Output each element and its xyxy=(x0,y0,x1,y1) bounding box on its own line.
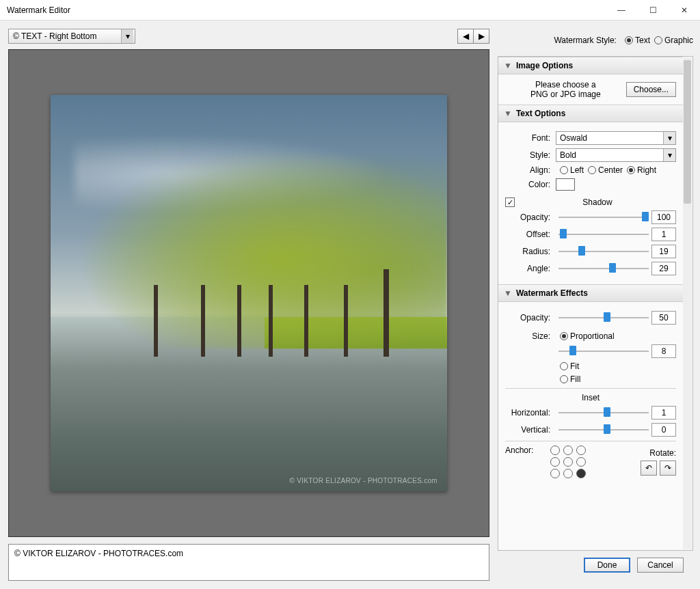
chevron-down-icon: ▾ xyxy=(663,149,675,161)
done-button[interactable]: Done xyxy=(584,558,630,573)
preset-dropdown[interactable]: © TEXT - Right Bottom ▾ xyxy=(8,29,135,44)
shadow-angle-slider[interactable] xyxy=(558,262,649,275)
anchor-3[interactable] xyxy=(550,457,560,467)
minimize-button[interactable]: — xyxy=(606,0,637,20)
shadow-checkbox[interactable] xyxy=(505,197,515,207)
anchor-2[interactable] xyxy=(576,446,586,455)
shadow-opacity-value[interactable]: 100 xyxy=(651,210,676,224)
window-title: Watermark Editor xyxy=(7,5,606,15)
anchor-0[interactable] xyxy=(550,446,560,455)
section-text-options[interactable]: ▼Text Options xyxy=(498,105,683,122)
size-proportional-radio[interactable]: Proportional xyxy=(560,331,615,341)
left-pane: © TEXT - Right Bottom ▾ ◀ ▶ xyxy=(0,20,498,589)
shadow-offset-slider[interactable] xyxy=(558,228,649,241)
preview-trunk xyxy=(201,285,205,356)
choose-image-button[interactable]: Choose... xyxy=(626,82,676,97)
preset-selected: © TEXT - Right Bottom xyxy=(13,31,96,41)
section-image-options[interactable]: ▼Image Options xyxy=(498,57,683,74)
shadow-angle-value[interactable]: 29 xyxy=(651,262,676,275)
size-fill-radio[interactable]: Fill xyxy=(560,374,580,384)
watermark-text-value: © VIKTOR ELIZAROV - PHOTOTRACES.com xyxy=(14,549,183,558)
chevron-down-icon: ▾ xyxy=(663,132,675,144)
align-right-radio[interactable]: Right xyxy=(627,165,656,175)
inset-vertical-slider[interactable] xyxy=(558,424,649,436)
right-pane: Watermark Style: Text Graphic ▼Image Opt… xyxy=(498,20,700,589)
size-fit-radio[interactable]: Fit xyxy=(560,361,579,371)
anchor-6[interactable] xyxy=(550,469,560,478)
options-panel: ▼Image Options Please choose a PNG or JP… xyxy=(498,56,693,551)
shadow-radius-value[interactable]: 19 xyxy=(651,245,676,258)
preview-watermark-text: © VIKTOR ELIZAROV - PHOTOTRACES.com xyxy=(290,477,438,484)
next-button[interactable]: ▶ xyxy=(473,29,489,44)
effects-opacity-slider[interactable] xyxy=(558,312,649,324)
shadow-radius-slider[interactable] xyxy=(558,245,649,258)
preview-trunk xyxy=(383,269,389,357)
anchor-8[interactable] xyxy=(576,469,586,478)
preview-trunk xyxy=(344,285,348,356)
font-select[interactable]: Oswald▾ xyxy=(556,131,676,145)
style-select[interactable]: Bold▾ xyxy=(556,148,676,162)
color-swatch[interactable] xyxy=(556,178,575,191)
anchor-4[interactable] xyxy=(563,457,573,467)
inset-vertical-value[interactable]: 0 xyxy=(651,423,676,437)
effects-opacity-value[interactable]: 50 xyxy=(651,311,676,325)
style-text-radio[interactable]: Text xyxy=(625,36,650,45)
preview-image: © VIKTOR ELIZAROV - PHOTOTRACES.com xyxy=(51,95,447,491)
align-center-radio[interactable]: Center xyxy=(588,165,623,175)
maximize-button[interactable]: ☐ xyxy=(637,0,669,20)
prev-button[interactable]: ◀ xyxy=(457,29,474,44)
watermark-text-input[interactable]: © VIKTOR ELIZAROV - PHOTOTRACES.com xyxy=(8,544,489,581)
inset-horizontal-slider[interactable] xyxy=(558,407,649,419)
anchor-1[interactable] xyxy=(563,446,573,455)
scrollbar-thumb[interactable] xyxy=(684,60,691,204)
disclosure-icon: ▼ xyxy=(504,61,512,70)
footer: Done Cancel xyxy=(498,551,693,581)
size-value[interactable]: 8 xyxy=(651,344,676,358)
style-graphic-radio[interactable]: Graphic xyxy=(654,36,693,45)
scrollbar[interactable] xyxy=(683,57,692,549)
align-left-radio[interactable]: Left xyxy=(560,165,584,175)
watermark-style-label: Watermark Style: xyxy=(554,36,617,45)
rotate-ccw-button[interactable]: ↶ xyxy=(641,461,657,476)
section-watermark-effects[interactable]: ▼Watermark Effects xyxy=(498,284,683,302)
inset-horizontal-value[interactable]: 1 xyxy=(651,406,676,420)
preview-trunk xyxy=(269,285,273,356)
disclosure-icon: ▼ xyxy=(504,288,512,298)
disclosure-icon: ▼ xyxy=(504,109,512,118)
cancel-button[interactable]: Cancel xyxy=(637,558,684,573)
preview-trunk xyxy=(154,285,158,356)
shadow-offset-value[interactable]: 1 xyxy=(651,228,676,241)
anchor-5[interactable] xyxy=(576,457,586,467)
image-hint: Please choose a PNG or JPG image xyxy=(505,80,626,99)
preview-nav: ◀ ▶ xyxy=(458,29,489,44)
chevron-down-icon: ▾ xyxy=(121,29,133,43)
titlebar: Watermark Editor — ☐ ✕ xyxy=(0,0,700,20)
preview-trunk xyxy=(237,285,241,356)
shadow-opacity-slider[interactable] xyxy=(558,211,649,223)
close-button[interactable]: ✕ xyxy=(669,0,700,20)
rotate-cw-button[interactable]: ↷ xyxy=(660,461,676,476)
preview-trunk xyxy=(304,285,308,356)
preset-row: © TEXT - Right Bottom ▾ ◀ ▶ xyxy=(8,29,489,44)
client-area: © TEXT - Right Bottom ▾ ◀ ▶ xyxy=(0,20,700,589)
preview-foliage xyxy=(82,150,447,348)
inset-label: Inset xyxy=(505,393,676,402)
preview-panel: © VIKTOR ELIZAROV - PHOTOTRACES.com xyxy=(8,49,489,537)
size-slider[interactable] xyxy=(558,345,649,357)
anchor-grid[interactable] xyxy=(550,446,587,478)
rotate-label: Rotate: xyxy=(641,448,676,458)
watermark-style-row: Watermark Style: Text Graphic xyxy=(498,31,693,49)
anchor-7[interactable] xyxy=(563,469,573,478)
